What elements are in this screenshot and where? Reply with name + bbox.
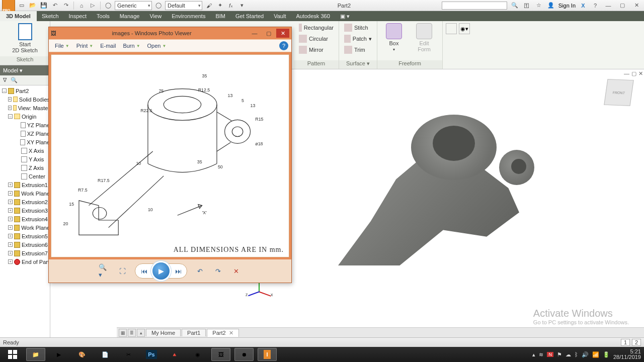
- taskbar-word-icon[interactable]: 📄: [96, 348, 115, 361]
- tree-twisty[interactable]: +: [8, 97, 12, 102]
- tree-twisty[interactable]: +: [8, 208, 13, 213]
- tray-n-icon[interactable]: N: [547, 352, 553, 357]
- vp-close-icon[interactable]: ✕: [638, 70, 643, 77]
- mirror-button[interactable]: Mirror: [297, 44, 336, 55]
- patch-button[interactable]: Patch ▾: [342, 33, 374, 44]
- tree-twisty[interactable]: +: [8, 106, 12, 110]
- tray-up-icon[interactable]: ▴: [532, 351, 535, 358]
- tree-item[interactable]: +Work Plane: [0, 223, 50, 232]
- wpv-menu-file[interactable]: File▼: [52, 42, 72, 50]
- tree-item[interactable]: +Work Plane: [0, 189, 50, 198]
- tray-bat-icon[interactable]: 🔋: [603, 351, 610, 358]
- tab-view[interactable]: View: [144, 11, 167, 21]
- qat-select-icon[interactable]: ▷: [88, 1, 97, 10]
- tree-item[interactable]: +Extrusion2: [0, 198, 50, 206]
- wpv-menu-open[interactable]: Open▼: [144, 42, 170, 50]
- tree-item[interactable]: +Extrusion6: [0, 240, 50, 249]
- tree-twisty[interactable]: +: [8, 234, 13, 238]
- star-icon[interactable]: ☆: [534, 1, 543, 10]
- key-icon[interactable]: ⚿: [522, 1, 531, 10]
- qat-home-icon[interactable]: ⌂: [77, 1, 86, 10]
- taskbar-paint-icon[interactable]: 🎨: [72, 348, 92, 361]
- wpv-maximize-button[interactable]: ▢: [262, 29, 275, 38]
- tree-item[interactable]: +End of Part: [0, 257, 50, 266]
- tree-item[interactable]: +View: Master: [0, 104, 50, 112]
- wpv-rotate-ccw-button[interactable]: ↶: [194, 265, 205, 277]
- trim-button[interactable]: Trim: [342, 44, 374, 55]
- taskbar-snip-icon[interactable]: ✂: [119, 348, 138, 361]
- tree-item[interactable]: +Extrusion1: [0, 180, 50, 189]
- tab-get-started[interactable]: Get Started: [230, 11, 269, 21]
- wpv-minimize-button[interactable]: —: [248, 29, 261, 38]
- help-icon[interactable]: ?: [591, 1, 600, 10]
- tree-twisty[interactable]: +: [8, 242, 13, 247]
- wpv-close-button[interactable]: ✕: [276, 29, 289, 38]
- doctab-part2[interactable]: Part2✕: [207, 329, 238, 337]
- tab-3d-model[interactable]: 3D Model: [0, 11, 37, 21]
- tree-item[interactable]: +Z Axis: [0, 163, 50, 172]
- start-sketch-label[interactable]: Start 2D Sketch: [12, 41, 38, 53]
- tab-environments[interactable]: Environments: [167, 11, 210, 21]
- tray-vol-icon[interactable]: 🔊: [582, 351, 589, 358]
- tree-item[interactable]: –Origin: [0, 112, 50, 121]
- doctab-home[interactable]: My Home: [146, 329, 181, 336]
- wpv-fit-icon[interactable]: ⛶: [117, 265, 128, 277]
- exchange-icon[interactable]: X: [579, 1, 588, 10]
- qat-paint-icon[interactable]: 🖌: [204, 1, 213, 10]
- wpv-prev-button[interactable]: ⏮: [138, 265, 149, 277]
- tree-twisty[interactable]: +: [8, 191, 13, 196]
- start-sketch-icon[interactable]: [18, 23, 32, 40]
- model-browser-header[interactable]: Model ▾: [0, 65, 50, 75]
- stitch-button[interactable]: Stitch: [342, 22, 374, 33]
- material-combo[interactable]: Default: [165, 1, 202, 10]
- wpv-delete-button[interactable]: ✕: [230, 265, 242, 277]
- tree-item[interactable]: +Solid Bodies: [0, 95, 50, 104]
- qat-appearance-icon[interactable]: ◯: [154, 1, 163, 10]
- wpv-rotate-cw-button[interactable]: ↷: [212, 265, 223, 277]
- tray-wifi-icon[interactable]: 📶: [592, 351, 599, 358]
- qat-new-icon[interactable]: ▭: [17, 1, 26, 10]
- wpv-titlebar[interactable]: 🖼 images - Windows Photo Viewer — ▢ ✕: [49, 27, 291, 39]
- tree-item[interactable]: +XZ Plane: [0, 129, 50, 138]
- signin-link[interactable]: Sign In: [558, 3, 576, 9]
- user-icon[interactable]: 👤: [546, 1, 555, 10]
- tree-twisty[interactable]: +: [8, 225, 13, 230]
- tray-sync-icon[interactable]: ☁: [566, 351, 571, 358]
- restore-button[interactable]: ▢: [617, 1, 628, 10]
- tray-bt-icon[interactable]: ᛒ: [575, 351, 578, 357]
- qat-fx-icon[interactable]: fₓ: [226, 1, 235, 10]
- wpv-menu-email[interactable]: E-mail: [97, 42, 119, 50]
- taskbar-vlc-icon[interactable]: 🔺: [165, 348, 184, 361]
- tab-sketch[interactable]: Sketch: [37, 11, 64, 21]
- start-button[interactable]: [3, 348, 22, 361]
- tree-twisty[interactable]: +: [8, 259, 13, 264]
- tree-twisty[interactable]: +: [8, 183, 13, 187]
- status-page-1[interactable]: 1: [621, 339, 630, 346]
- qat-open-icon[interactable]: 📂: [28, 1, 37, 10]
- tab-bim[interactable]: BIM: [210, 11, 230, 21]
- tray-clock[interactable]: 5:2128/11/2019: [613, 349, 641, 360]
- tree-twisty[interactable]: +: [8, 200, 13, 204]
- tree-item[interactable]: +X Axis: [0, 146, 50, 155]
- tree-item[interactable]: +Extrusion3: [0, 206, 50, 215]
- tree-twisty[interactable]: –: [8, 114, 13, 119]
- tree-root[interactable]: –Part2: [0, 86, 50, 95]
- close-button[interactable]: ✕: [631, 1, 642, 10]
- viewcube[interactable]: FRONT: [604, 79, 633, 106]
- tree-item[interactable]: +Extrusion7: [0, 249, 50, 257]
- doctab-list-icon[interactable]: ≣: [128, 329, 136, 337]
- vp-min-icon[interactable]: —: [624, 70, 629, 77]
- photo-viewer-window[interactable]: 🖼 images - Windows Photo Viewer — ▢ ✕ Fi…: [48, 27, 292, 283]
- taskbar-inventor-icon[interactable]: I: [258, 348, 277, 361]
- minimize-button[interactable]: —: [603, 1, 614, 10]
- wpv-slideshow-button[interactable]: ▶: [152, 262, 170, 280]
- search-icon[interactable]: 🔍: [510, 1, 519, 10]
- taskbar-ps-icon[interactable]: Ps: [142, 348, 161, 361]
- tree-item[interactable]: +Extrusion5: [0, 232, 50, 240]
- tab-autodesk360[interactable]: Autodesk 360: [291, 11, 335, 21]
- tab-manage[interactable]: Manage: [115, 11, 145, 21]
- tree-twisty[interactable]: +: [8, 217, 13, 221]
- taskbar-recorder-icon[interactable]: ⏺: [234, 348, 254, 361]
- tree-item[interactable]: +YZ Plane: [0, 121, 50, 129]
- doctab-part1[interactable]: Part1: [182, 329, 206, 336]
